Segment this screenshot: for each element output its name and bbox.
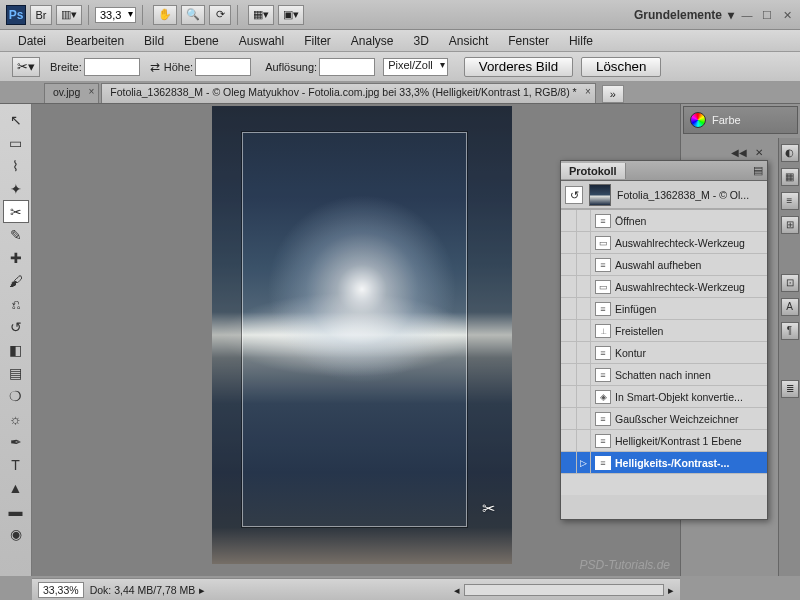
crop-tool-icon[interactable]: ✂▾: [12, 57, 40, 77]
menu-ansicht[interactable]: Ansicht: [441, 32, 496, 50]
history-step[interactable]: ⟂Freistellen: [561, 320, 767, 342]
history-visibility-slot[interactable]: [561, 232, 577, 254]
panel-icon-1[interactable]: ◐: [781, 144, 799, 162]
history-visibility-slot[interactable]: [561, 408, 577, 430]
history-step[interactable]: ▭Auswahlrechteck-Werkzeug: [561, 276, 767, 298]
history-snapshot-row[interactable]: ↺ Fotolia_1362838_M - © Ol...: [561, 181, 767, 209]
panel-icon-5[interactable]: ⊡: [781, 274, 799, 292]
crop-width-input[interactable]: [84, 58, 140, 76]
crop-resolution-input[interactable]: [319, 58, 375, 76]
close-icon[interactable]: ×: [88, 86, 94, 97]
history-brush-source-icon[interactable]: ↺: [565, 186, 583, 204]
view-mode-button[interactable]: ▥▾: [56, 5, 82, 25]
document-tab-inactive[interactable]: ov.jpg ×: [44, 83, 99, 103]
history-step[interactable]: ◈In Smart-Objekt konvertie...: [561, 386, 767, 408]
history-step[interactable]: ≡Einfügen: [561, 298, 767, 320]
scroll-left-icon[interactable]: ◂: [454, 584, 460, 596]
clone-stamp-tool[interactable]: ⎌: [3, 292, 29, 315]
panel-icon-2[interactable]: ▦: [781, 168, 799, 186]
hand-tool-button[interactable]: ✋: [153, 5, 177, 25]
clear-button[interactable]: Löschen: [581, 57, 661, 77]
crop-tool[interactable]: ✂: [3, 200, 29, 223]
swap-dimensions-icon[interactable]: ⇄: [150, 60, 160, 74]
path-select-tool[interactable]: ▲: [3, 476, 29, 499]
crop-overlay[interactable]: [242, 132, 467, 527]
panel-icon-3[interactable]: ≡: [781, 192, 799, 210]
history-brush-tool[interactable]: ↺: [3, 315, 29, 338]
tab-overflow-button[interactable]: »: [602, 85, 624, 103]
menu-bearbeiten[interactable]: Bearbeiten: [58, 32, 132, 50]
history-step[interactable]: ▭Auswahlrechteck-Werkzeug: [561, 232, 767, 254]
menu-auswahl[interactable]: Auswahl: [231, 32, 292, 50]
move-tool[interactable]: ↖: [3, 108, 29, 131]
zoom-dropdown[interactable]: 33,3: [95, 7, 136, 23]
history-visibility-slot[interactable]: [561, 342, 577, 364]
front-image-button[interactable]: Vorderes Bild: [464, 57, 573, 77]
history-visibility-slot[interactable]: [561, 210, 577, 232]
healing-brush-tool[interactable]: ✚: [3, 246, 29, 269]
resolution-unit-dropdown[interactable]: Pixel/Zoll: [383, 58, 448, 76]
menu-datei[interactable]: Datei: [10, 32, 54, 50]
panel-icon-7[interactable]: ¶: [781, 322, 799, 340]
history-visibility-slot[interactable]: [561, 452, 577, 474]
menu-bild[interactable]: Bild: [136, 32, 172, 50]
blur-tool[interactable]: ❍: [3, 384, 29, 407]
dodge-tool[interactable]: ☼: [3, 407, 29, 430]
history-step[interactable]: ≡Gaußscher Weichzeichner: [561, 408, 767, 430]
menu-fenster[interactable]: Fenster: [500, 32, 557, 50]
screen-mode-button[interactable]: ▣▾: [278, 5, 304, 25]
workspace-switcher[interactable]: Grundelemente: [626, 6, 734, 24]
crop-height-input[interactable]: [195, 58, 251, 76]
zoom-tool-button[interactable]: 🔍: [181, 5, 205, 25]
history-list[interactable]: ≡Öffnen▭Auswahlrechteck-Werkzeug≡Auswahl…: [561, 209, 767, 495]
panel-icon-6[interactable]: A: [781, 298, 799, 316]
marquee-tool[interactable]: ▭: [3, 131, 29, 154]
bridge-button[interactable]: Br: [30, 5, 52, 25]
menu-ebene[interactable]: Ebene: [176, 32, 227, 50]
menu-hilfe[interactable]: Hilfe: [561, 32, 601, 50]
history-visibility-slot[interactable]: [561, 364, 577, 386]
history-visibility-slot[interactable]: [561, 430, 577, 452]
shape-tool[interactable]: ▬: [3, 499, 29, 522]
history-visibility-slot[interactable]: [561, 276, 577, 298]
history-step[interactable]: ≡Schatten nach innen: [561, 364, 767, 386]
type-tool[interactable]: T: [3, 453, 29, 476]
eraser-tool[interactable]: ◧: [3, 338, 29, 361]
history-visibility-slot[interactable]: [561, 254, 577, 276]
document-tab-active[interactable]: Fotolia_1362838_M - © Oleg Matyukhov - F…: [101, 83, 595, 103]
horizontal-scrollbar[interactable]: [464, 584, 664, 596]
3d-tool[interactable]: ◉: [3, 522, 29, 545]
panel-collapse-arrows-icon[interactable]: ◀◀ ✕: [731, 147, 763, 158]
minimize-button[interactable]: —: [740, 8, 754, 22]
magic-wand-tool[interactable]: ✦: [3, 177, 29, 200]
menu-filter[interactable]: Filter: [296, 32, 339, 50]
history-step[interactable]: ▷≡Helligkeits-/Kontrast-...: [561, 452, 767, 474]
history-visibility-slot[interactable]: [561, 298, 577, 320]
panel-menu-icon[interactable]: ▤: [753, 164, 763, 177]
rotate-view-button[interactable]: ⟳: [209, 5, 231, 25]
panel-icon-8[interactable]: ≣: [781, 380, 799, 398]
scroll-right-icon[interactable]: ▸: [668, 584, 674, 596]
zoom-readout[interactable]: 33,33%: [38, 582, 84, 598]
history-visibility-slot[interactable]: [561, 386, 577, 408]
close-icon[interactable]: ×: [585, 86, 591, 97]
pen-tool[interactable]: ✒: [3, 430, 29, 453]
arrange-docs-button[interactable]: ▦▾: [248, 5, 274, 25]
panel-icon-4[interactable]: ⊞: [781, 216, 799, 234]
brush-tool[interactable]: 🖌: [3, 269, 29, 292]
chevron-right-icon[interactable]: ▸: [199, 584, 205, 596]
lasso-tool[interactable]: ⌇: [3, 154, 29, 177]
history-step[interactable]: ≡Öffnen: [561, 210, 767, 232]
gradient-tool[interactable]: ▤: [3, 361, 29, 384]
history-visibility-slot[interactable]: [561, 320, 577, 342]
history-panel-tab[interactable]: Protokoll: [561, 163, 626, 179]
eyedropper-tool[interactable]: ✎: [3, 223, 29, 246]
close-button[interactable]: ✕: [780, 8, 794, 22]
history-step[interactable]: ≡Helligkeit/Kontrast 1 Ebene: [561, 430, 767, 452]
menu-analyse[interactable]: Analyse: [343, 32, 402, 50]
history-step[interactable]: ≡Auswahl aufheben: [561, 254, 767, 276]
color-panel[interactable]: Farbe: [683, 106, 798, 134]
history-step[interactable]: ≡Kontur: [561, 342, 767, 364]
maximize-button[interactable]: ☐: [760, 8, 774, 22]
menu-3d[interactable]: 3D: [406, 32, 437, 50]
